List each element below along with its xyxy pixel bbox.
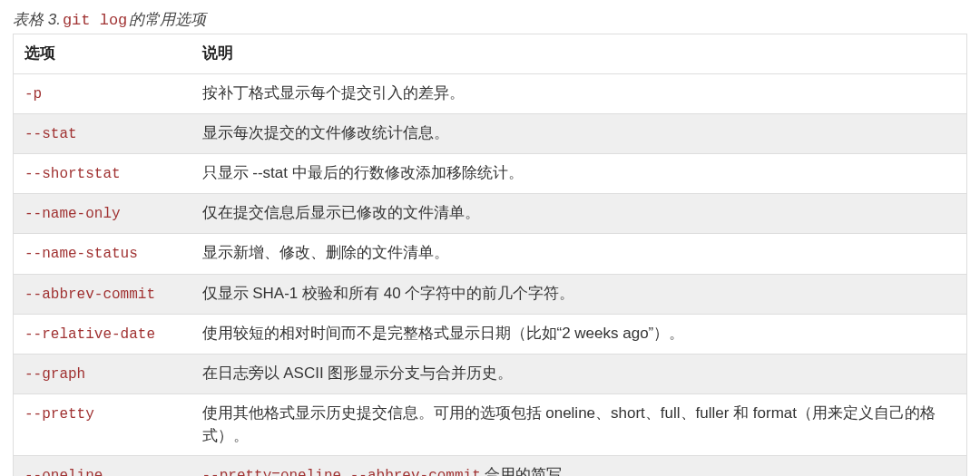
- caption-suffix: 的常用选项: [129, 11, 206, 28]
- table-header-row: 选项 说明: [14, 34, 967, 74]
- table-row: --name-status 显示新增、修改、删除的文件清单。: [14, 234, 967, 274]
- desc-suffix: 合用的简写。: [481, 466, 578, 476]
- table-row: --oneline --pretty=oneline --abbrev-comm…: [14, 456, 967, 476]
- option-code: --stat: [24, 126, 77, 142]
- option-code: --name-status: [24, 246, 138, 262]
- caption-command: git log: [61, 12, 129, 29]
- table-row: --abbrev-commit 仅显示 SHA-1 校验和所有 40 个字符中的…: [14, 274, 967, 314]
- table-row: --name-only 仅在提交信息后显示已修改的文件清单。: [14, 194, 967, 234]
- options-table: 选项 说明 -p 按补丁格式显示每个提交引入的差异。 --stat 显示每次提交…: [13, 34, 967, 476]
- header-option: 选项: [14, 34, 191, 74]
- option-code: --pretty: [24, 406, 94, 423]
- option-description: 显示每次提交的文件修改统计信息。: [191, 113, 967, 153]
- table-row: --relative-date 使用较短的相对时间而不是完整格式显示日期（比如“…: [14, 314, 967, 354]
- option-description: 使用较短的相对时间而不是完整格式显示日期（比如“2 weeks ago”）。: [191, 314, 967, 354]
- option-code: --name-only: [24, 206, 121, 222]
- option-code: --relative-date: [24, 326, 155, 343]
- option-description: 仅在提交信息后显示已修改的文件清单。: [191, 194, 967, 234]
- option-code: --graph: [24, 366, 85, 383]
- table-row: -p 按补丁格式显示每个提交引入的差异。: [14, 73, 967, 113]
- table-row: --graph 在日志旁以 ASCII 图形显示分支与合并历史。: [14, 354, 967, 393]
- header-description: 说明: [191, 34, 967, 74]
- option-description: 显示新增、修改、删除的文件清单。: [191, 234, 967, 274]
- table-caption: 表格 3.git log的常用选项: [13, 9, 967, 30]
- option-description: 仅显示 SHA-1 校验和所有 40 个字符中的前几个字符。: [191, 274, 967, 314]
- option-code: --abbrev-commit: [24, 287, 155, 303]
- table-row: --pretty 使用其他格式显示历史提交信息。可用的选项包括 oneline、…: [14, 394, 967, 456]
- option-description: 只显示 --stat 中最后的行数修改添加移除统计。: [191, 154, 967, 194]
- caption-prefix: 表格 3.: [13, 11, 61, 28]
- option-code: --oneline: [24, 468, 103, 476]
- option-description: --pretty=oneline --abbrev-commit 合用的简写。: [191, 456, 967, 476]
- option-code: -p: [24, 86, 42, 102]
- option-description: 使用其他格式显示历史提交信息。可用的选项包括 oneline、short、ful…: [191, 394, 967, 456]
- option-description: 在日志旁以 ASCII 图形显示分支与合并历史。: [191, 354, 967, 393]
- table-row: --shortstat 只显示 --stat 中最后的行数修改添加移除统计。: [14, 154, 967, 194]
- inline-code: --pretty=oneline --abbrev-commit: [202, 468, 481, 476]
- table-row: --stat 显示每次提交的文件修改统计信息。: [14, 113, 967, 153]
- option-description: 按补丁格式显示每个提交引入的差异。: [191, 73, 967, 113]
- option-code: --shortstat: [24, 166, 121, 182]
